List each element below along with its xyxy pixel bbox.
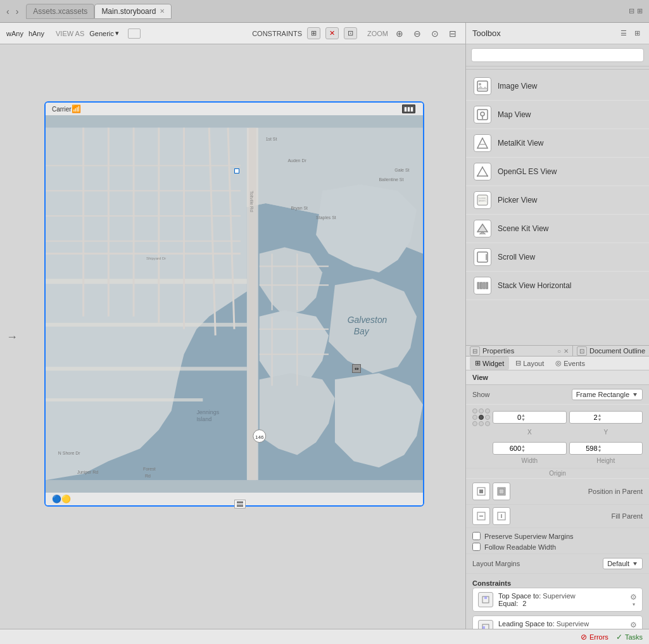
width-value-input[interactable] [496,445,521,452]
svg-text:Galveston: Galveston [348,315,388,325]
toolbox-item-opengl-view[interactable]: OpenGL ES View [466,158,649,186]
x-decrement-btn[interactable]: ▼ [521,417,526,422]
props-close-btn[interactable]: ○ [557,348,561,355]
toolbox-search-input[interactable] [471,48,644,62]
toolbox-item-metalkit-view[interactable]: MetalKit View [466,129,649,158]
panel-toggle-btn[interactable]: ⊟ [629,7,634,15]
show-select[interactable]: Frame Rectangle [572,389,643,400]
tab-layout[interactable]: ⊟ Layout [510,357,549,370]
origin-dot-mc[interactable] [479,415,484,420]
toolbox-item-map-view[interactable]: Map View [466,101,649,129]
errors-btn[interactable]: ⊘ Errors [581,633,608,641]
status-bar: ⊘ Errors ✓ Tasks [0,629,649,644]
constraint2-gear[interactable]: ⚙ ▾ [630,621,637,629]
toolbox-item-scenekit-view[interactable]: Scene Kit View [466,215,649,243]
width-increment-btn[interactable]: ▲ [521,444,526,448]
width-decrement-btn[interactable]: ▼ [521,448,526,453]
height-decrement-btn[interactable]: ▼ [598,448,602,453]
wh-labels: Width Height [466,457,649,469]
tab-close-icon[interactable]: ✕ [160,8,165,15]
toolbox-item-image-view[interactable]: Image View [466,72,649,101]
arrange-btn-1[interactable] [472,507,490,525]
zoom-out-btn[interactable]: ⊖ [411,27,424,40]
origin-dot-bl[interactable] [472,421,477,426]
origin-dot-bc[interactable] [479,421,484,426]
panel-split-btn[interactable]: ⊞ [637,7,643,15]
canvas-toolbar: wAny hAny VIEW AS Generic ▾ CONSTRAINTS … [0,23,465,44]
zoom-in-btn[interactable]: ⊕ [393,27,406,40]
constraint1-gear[interactable]: ⚙ ▾ [630,593,637,607]
xy-labels: X Y [466,429,649,439]
tab-main-storyboard[interactable]: Main.storyboard ✕ [94,4,172,19]
tab-back-btn[interactable]: ‹ [4,5,12,18]
tab-forward-btn[interactable]: › [13,5,22,18]
toolbox-list-btn[interactable]: ☰ [618,28,629,39]
tab-widget[interactable]: ⊞ Widget [470,357,509,370]
zoom-fit-btn[interactable]: ⊙ [429,27,441,40]
origin-dot-tl[interactable] [472,408,477,414]
origin-dot-mr[interactable] [485,415,490,420]
svg-rect-78 [477,282,479,289]
center-in-parent-btn[interactable] [472,483,490,500]
carrier-label: Carrier [52,106,72,113]
toolbox-item-stackview-h[interactable]: Stack View Horizontal [466,272,649,300]
fill-parent-btn[interactable] [493,483,510,500]
width-input[interactable]: ▲ ▼ [493,442,567,455]
tab-navigation[interactable]: ‹ › [4,5,21,18]
arrange-btn-2[interactable] [493,507,510,525]
resize-handle-top[interactable] [234,168,239,174]
tasks-btn[interactable]: ✓ Tasks [616,633,643,641]
toolbox-item-scroll-view[interactable]: Scroll View [466,243,649,272]
toolbox-header: Toolbox ☰ ⊞ [466,23,649,44]
add-constraint-btn[interactable]: ⊞ [307,27,320,39]
x-increment-btn[interactable]: ▲ [521,413,526,417]
origin-dot-ml[interactable] [472,415,477,420]
metalkit-view-label: MetalKit View [498,139,543,148]
opengl-view-label: OpenGL ES View [498,167,557,176]
origin-dot-tr[interactable] [485,408,490,414]
preserve-margins-checkbox[interactable] [472,532,481,540]
origin-dot-tc[interactable] [479,408,484,414]
y-stepper: ▲ ▼ [598,413,602,422]
remove-constraint-btn[interactable]: ✕ [325,27,339,39]
view-as-select[interactable]: Generic ▾ [89,29,119,37]
svg-text:N Shore Dr: N Shore Dr [58,451,80,455]
xy-row: ▲ ▼ ▲ ▼ [466,405,649,429]
follow-readable-checkbox[interactable] [472,543,481,551]
arrange-buttons-right [472,507,510,525]
phone-mockup[interactable]: Carrier 📶 ▮▮▮ [44,101,424,507]
x-input[interactable]: ▲ ▼ [493,411,567,424]
resize-handle-right[interactable]: ⇔ [352,364,361,373]
origin-dot-br[interactable] [485,421,490,426]
toolbox-grid-btn[interactable]: ⊞ [632,28,643,39]
layout-margins-value: Default [607,560,629,567]
tab-assets[interactable]: Assets.xcassets [26,4,94,19]
y-label: Y [569,429,643,436]
y-increment-btn[interactable]: ▲ [598,413,602,417]
y-decrement-btn[interactable]: ▼ [598,417,602,422]
props-x-btn[interactable]: ✕ [564,348,569,355]
svg-text:Auden Dr: Auden Dr [287,159,306,163]
tab-assets-label: Assets.xcassets [33,7,87,16]
resize-handle-bottom[interactable] [234,500,246,508]
canvas[interactable]: → ⇔ Carrier 📶 ▮▮▮ [0,44,465,629]
tab-events[interactable]: ◎ Events [550,357,590,370]
layout-margins-select[interactable]: Default [603,558,643,569]
x-value-input[interactable] [496,414,521,421]
arrange-buttons-left [472,483,510,500]
svg-rect-81 [486,282,488,289]
svg-marker-74 [477,224,488,232]
y-input[interactable]: ▲ ▼ [569,411,643,424]
zoom-actual-btn[interactable]: ⊟ [446,27,459,40]
height-value-input[interactable] [572,445,598,452]
height-increment-btn[interactable]: ▲ [598,444,602,448]
properties-panel: ⊟ Properties ○ ✕ ⊡ Document Outline ⊞ Wi… [466,346,649,629]
svg-rect-57 [477,81,488,91]
toolbox-item-picker-view[interactable]: Loremipsum Picker View [466,186,649,215]
resolve-constraint-btn[interactable]: ⊡ [344,27,357,39]
layout-margins-label: Layout Margins [472,560,520,567]
svg-text:Gale St: Gale St [394,168,409,172]
svg-rect-93 [484,597,487,599]
height-input[interactable]: ▲ ▼ [569,442,643,455]
y-value-input[interactable] [572,414,598,421]
